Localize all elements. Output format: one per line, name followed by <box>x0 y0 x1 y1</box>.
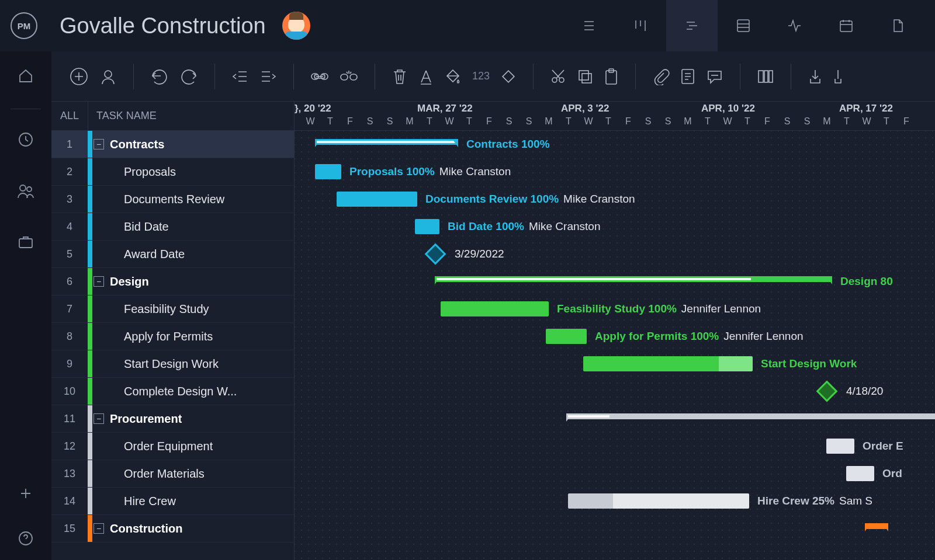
toolbar-divider <box>214 64 215 89</box>
timeline-day: T <box>698 116 718 127</box>
task-index: 5 <box>51 248 88 260</box>
link-icon[interactable] <box>310 71 329 82</box>
briefcase-icon[interactable] <box>18 234 34 252</box>
task-row[interactable]: 2Proposals <box>51 158 294 186</box>
gantt-milestone[interactable] <box>816 381 838 402</box>
sheet-view-tab[interactable] <box>718 0 769 51</box>
redo-icon[interactable] <box>179 67 198 86</box>
file-view-tab[interactable] <box>872 0 923 51</box>
gantt-row: Order E <box>295 433 935 460</box>
task-row[interactable]: 14Hire Crew <box>51 488 294 515</box>
task-color-stripe <box>88 268 92 295</box>
app-logo[interactable]: PM <box>11 12 37 39</box>
gantt-milestone[interactable] <box>425 244 446 265</box>
task-index: 9 <box>51 358 88 370</box>
task-name: Construction <box>110 522 182 535</box>
fill-color-icon[interactable] <box>444 68 462 85</box>
gantt-task-bar[interactable] <box>337 192 417 207</box>
task-row[interactable]: 11−Procurement <box>51 405 294 433</box>
task-index: 13 <box>51 468 88 480</box>
paste-icon[interactable] <box>604 68 619 85</box>
add-icon[interactable] <box>19 486 33 503</box>
text-style-icon[interactable] <box>418 68 434 85</box>
collapse-icon[interactable]: − <box>94 413 104 424</box>
task-row[interactable]: 5Award Date <box>51 241 294 268</box>
gantt-task-bar[interactable] <box>441 301 549 316</box>
export-icon[interactable] <box>833 68 843 85</box>
delete-icon[interactable] <box>392 68 408 85</box>
task-row[interactable]: 7Feasibility Study <box>51 295 294 323</box>
svg-point-15 <box>559 78 564 82</box>
cut-icon[interactable] <box>550 68 566 85</box>
undo-icon[interactable] <box>150 67 169 86</box>
gantt-task-bar[interactable] <box>546 329 587 344</box>
svg-rect-22 <box>764 71 768 82</box>
task-row[interactable]: 9Start Design Work <box>51 350 294 378</box>
gantt-label: Design 80 <box>840 275 893 288</box>
columns-icon[interactable] <box>757 68 774 85</box>
copy-icon[interactable] <box>577 68 593 85</box>
collapse-icon[interactable]: − <box>94 523 104 534</box>
activity-view-tab[interactable] <box>769 0 820 51</box>
calendar-view-tab[interactable] <box>820 0 872 51</box>
gantt-task-bar[interactable] <box>846 466 874 481</box>
gantt-task-bar[interactable] <box>826 439 854 454</box>
gantt-row: Pro <box>295 405 935 433</box>
task-name: Order Equipment <box>124 440 213 453</box>
gantt-label: Documents Review 100%Mike Cranston <box>425 193 635 206</box>
task-index: 7 <box>51 303 88 315</box>
clock-icon[interactable] <box>18 131 34 150</box>
task-row[interactable]: 13Order Materials <box>51 460 294 488</box>
timeline-day: F <box>757 116 777 127</box>
gantt-label: Order E <box>863 440 903 453</box>
unlink-icon[interactable] <box>340 69 358 84</box>
add-task-icon[interactable] <box>69 67 89 86</box>
task-row[interactable]: 10Complete Design W... <box>51 378 294 405</box>
assign-icon[interactable] <box>99 68 117 85</box>
column-all[interactable]: ALL <box>51 110 88 122</box>
task-color-stripe <box>88 186 92 213</box>
gantt-summary-bar[interactable] <box>435 276 832 282</box>
gantt-summary-bar[interactable] <box>315 139 458 145</box>
task-row[interactable]: 12Order Equipment <box>51 433 294 460</box>
gantt-task-bar[interactable] <box>583 356 753 371</box>
gantt-view-tab[interactable] <box>666 0 718 51</box>
board-view-tab[interactable] <box>615 0 666 51</box>
home-icon[interactable] <box>18 68 34 86</box>
gantt-task-bar[interactable] <box>415 219 439 234</box>
task-row[interactable]: 15−Construction <box>51 515 294 542</box>
gantt-row: 4/18/20 <box>295 378 935 405</box>
comment-icon[interactable] <box>706 68 723 85</box>
indent-icon[interactable] <box>259 68 277 85</box>
notes-icon[interactable] <box>680 68 695 85</box>
task-row[interactable]: 3Documents Review <box>51 186 294 213</box>
gantt-summary-bar[interactable] <box>566 413 935 419</box>
gantt-task-bar[interactable] <box>568 493 749 509</box>
timeline-day: W <box>718 116 737 127</box>
task-row[interactable]: 4Bid Date <box>51 213 294 241</box>
user-avatar[interactable] <box>282 12 310 40</box>
column-task-name[interactable]: TASK NAME <box>88 110 157 122</box>
collapse-icon[interactable]: − <box>94 276 104 287</box>
toolbar: 123 <box>51 51 935 102</box>
help-icon[interactable] <box>18 531 33 548</box>
import-icon[interactable] <box>808 68 823 85</box>
attachment-icon[interactable] <box>652 68 670 85</box>
task-row[interactable]: 1−Contracts <box>51 131 294 158</box>
view-tabs <box>563 0 923 51</box>
outdent-icon[interactable] <box>231 68 249 85</box>
task-index: 6 <box>51 276 88 288</box>
gantt-task-bar[interactable] <box>315 164 341 179</box>
gantt-summary-bar[interactable] <box>865 523 888 529</box>
milestone-icon[interactable] <box>500 68 517 85</box>
team-icon[interactable] <box>17 183 34 201</box>
svg-rect-21 <box>759 71 763 82</box>
timeline-day: F <box>896 116 916 127</box>
task-color-stripe <box>88 213 92 240</box>
collapse-icon[interactable]: − <box>94 139 104 149</box>
task-name: Design <box>110 275 149 288</box>
list-view-tab[interactable] <box>563 0 615 51</box>
gantt-chart[interactable]: Contracts 100%Proposals 100%Mike Cransto… <box>295 131 935 560</box>
task-row[interactable]: 8Apply for Permits <box>51 323 294 350</box>
task-row[interactable]: 6−Design <box>51 268 294 295</box>
